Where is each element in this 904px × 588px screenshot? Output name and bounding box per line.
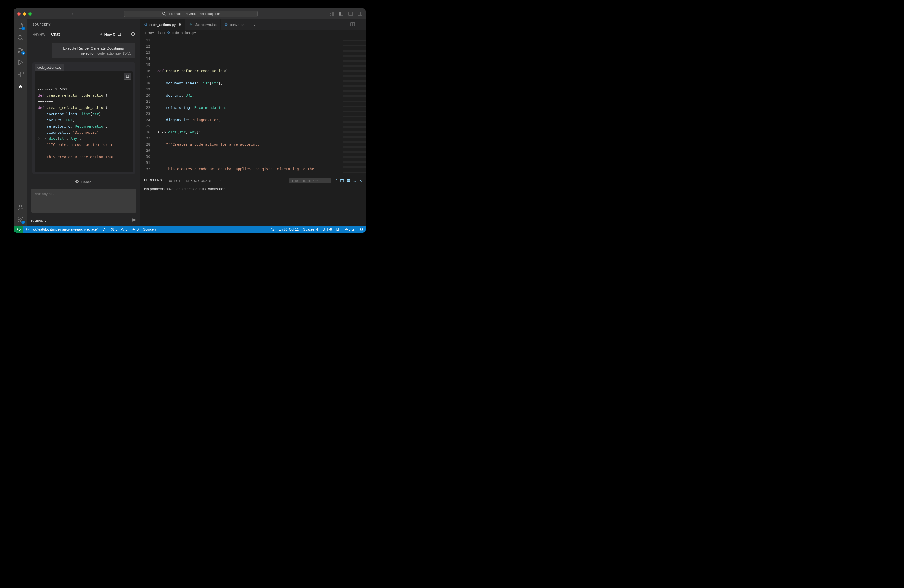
recipe-selection: selection: code_actions.py:13-55 (56, 52, 131, 55)
svg-rect-15 (18, 72, 20, 74)
toggle-panel-icon[interactable] (348, 11, 353, 17)
tab-chat[interactable]: Chat (51, 30, 60, 38)
explorer-badge: 1 (21, 27, 25, 30)
send-icon[interactable] (131, 217, 136, 223)
chat-settings-icon[interactable] (131, 32, 135, 37)
extensions-icon[interactable] (17, 71, 24, 78)
more-icon[interactable]: ⋯ (219, 179, 222, 183)
code-file-tab: code_actions.py (35, 64, 64, 71)
toggle-secondary-icon[interactable] (358, 11, 362, 17)
vscode-window: ← → [Extension Development Host] core 1 … (14, 8, 366, 233)
collapse-icon[interactable] (340, 179, 344, 183)
recipe-title: Execute Recipe: Generate Docstrings (56, 46, 131, 51)
sourcery-icon[interactable] (17, 84, 24, 90)
recipes-dropdown[interactable]: recipes ⌄ (31, 218, 47, 223)
close-panel-icon[interactable]: ✕ (359, 179, 362, 183)
svg-rect-23 (77, 181, 77, 182)
nav-forward-icon[interactable]: → (79, 11, 84, 16)
line-gutter: 11 12 13 14 15 16 17 18 19 20 21 22 23 2… (140, 36, 154, 176)
code-lines[interactable]: def create_refactor_code_action( documen… (154, 36, 343, 176)
svg-rect-6 (339, 12, 341, 15)
discovering-icon[interactable] (268, 228, 277, 231)
zoom-window[interactable] (28, 12, 32, 16)
svg-rect-16 (18, 75, 20, 77)
tab-label: conversation.py (230, 22, 255, 27)
svg-rect-7 (349, 12, 352, 15)
apply-icon[interactable] (123, 73, 131, 80)
command-center[interactable]: [Extension Development Host] core (124, 11, 258, 17)
python-icon: ⚙ (224, 22, 228, 27)
maximize-panel-icon[interactable]: ︿ (354, 179, 357, 183)
svg-point-19 (19, 205, 22, 207)
tab-conversation[interactable]: ⚙conversation.py (221, 19, 259, 30)
indentation[interactable]: Spaces: 4 (301, 228, 320, 231)
svg-rect-27 (341, 179, 344, 180)
editor-group: ⚙code_actions.py ⚛Markdown.tsx ⚙conversa… (140, 19, 366, 226)
panel-tabs: PROBLEMS OUTPUT DEBUG CONSOLE ⋯ ︿ ✕ (140, 176, 366, 185)
search-activity-icon[interactable] (17, 35, 24, 41)
account-icon[interactable] (17, 204, 24, 210)
git-branch[interactable]: nick/feat/docstrings-narrower-search-rep… (24, 228, 100, 231)
svg-rect-3 (330, 14, 331, 15)
branch-name: nick/feat/docstrings-narrower-search-rep… (31, 228, 98, 231)
notifications-icon[interactable] (357, 228, 366, 231)
toggle-sidebar-icon[interactable] (339, 11, 343, 17)
eol[interactable]: LF (334, 228, 343, 231)
layout-customize-icon[interactable] (330, 11, 334, 17)
editor-body[interactable]: 11 12 13 14 15 16 17 18 19 20 21 22 23 2… (140, 36, 366, 176)
panel-tab-output[interactable]: OUTPUT (168, 179, 181, 182)
tab-code-actions[interactable]: ⚙code_actions.py (140, 19, 185, 30)
svg-point-13 (18, 51, 20, 53)
crumb[interactable]: binary (145, 31, 154, 35)
sidebar-title: SOURCERY (27, 19, 140, 29)
recipe-message: Execute Recipe: Generate Docstrings sele… (52, 43, 135, 58)
layout-controls (330, 11, 362, 17)
more-actions-icon[interactable]: ⋯ (359, 22, 362, 27)
explorer-icon[interactable]: 1 (17, 22, 24, 29)
python-icon: ⚙ (144, 22, 147, 27)
sourcery-status[interactable]: Sourcery (141, 228, 159, 231)
remote-icon[interactable] (14, 226, 24, 233)
minimize-window[interactable] (23, 12, 26, 16)
minimap[interactable] (343, 36, 366, 176)
new-chat-label: New Chat (104, 32, 121, 36)
svg-point-12 (18, 48, 20, 49)
settings-icon[interactable]: 1 (17, 216, 24, 223)
svg-point-32 (26, 230, 27, 231)
svg-point-21 (76, 180, 79, 183)
chevron-down-icon: ⌄ (44, 218, 47, 223)
python-icon: ⚙ (167, 31, 170, 35)
cursor-position[interactable]: Ln 36, Col 11 (277, 228, 301, 231)
panel-tab-problems[interactable]: PROBLEMS (144, 179, 162, 183)
tab-markdown-tsx[interactable]: ⚛Markdown.tsx (185, 19, 221, 30)
ports[interactable]: 0 (130, 228, 141, 231)
nav-back-icon[interactable]: ← (71, 11, 76, 16)
svg-rect-22 (77, 181, 77, 182)
breadcrumb[interactable]: binary› lsp› ⚙code_actions.py (140, 30, 366, 36)
new-chat-button[interactable]: +New Chat (100, 32, 121, 37)
close-window[interactable] (17, 12, 21, 16)
sidebar-panel: SOURCERY Review Chat +New Chat Execute R… (27, 19, 140, 226)
chat-input-wrap (31, 189, 136, 213)
editor-tabs: ⚙code_actions.py ⚛Markdown.tsx ⚙conversa… (140, 19, 366, 30)
activity-bar: 1 1 1 (14, 19, 27, 226)
language-mode[interactable]: Python (343, 228, 357, 231)
scm-icon[interactable]: 1 (17, 47, 24, 54)
tab-label: code_actions.py (149, 22, 175, 27)
encoding[interactable]: UTF-8 (320, 228, 334, 231)
run-debug-icon[interactable] (17, 59, 24, 66)
crumb[interactable]: lsp (158, 31, 163, 35)
cancel-button[interactable]: Cancel (32, 178, 135, 187)
tab-review[interactable]: Review (32, 30, 45, 38)
svg-rect-2 (332, 12, 334, 13)
crumb[interactable]: code_actions.py (172, 31, 196, 35)
panel-tab-debug[interactable]: DEBUG CONSOLE (186, 179, 214, 182)
filter-icon[interactable] (333, 179, 337, 183)
problems-message: No problems have been detected in the wo… (140, 185, 366, 226)
errors-warnings[interactable]: 0 0 (108, 228, 130, 231)
view-as-list-icon[interactable] (347, 179, 351, 183)
sync-icon[interactable] (100, 228, 108, 231)
problems-filter-input[interactable] (289, 178, 331, 183)
chat-input[interactable] (31, 189, 136, 213)
split-editor-icon[interactable] (351, 22, 355, 27)
